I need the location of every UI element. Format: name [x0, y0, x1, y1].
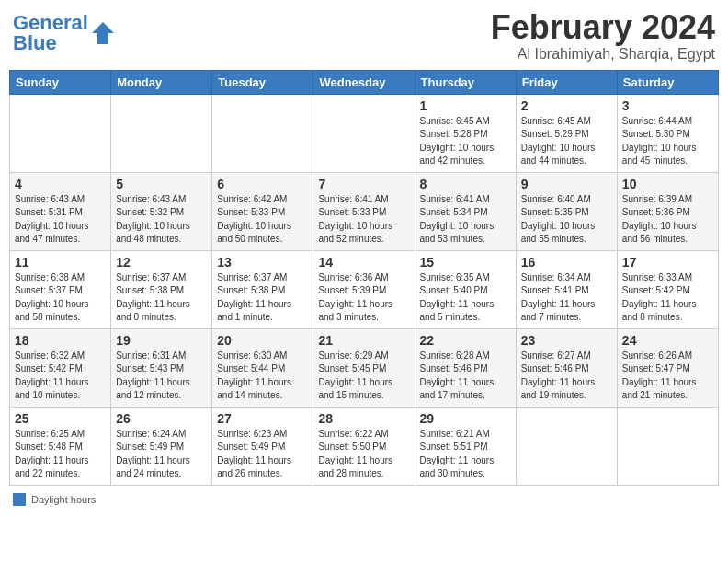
- calendar-cell: [313, 94, 415, 172]
- day-info: Sunrise: 6:37 AM Sunset: 5:38 PM Dayligh…: [217, 271, 308, 325]
- calendar-cell: 4Sunrise: 6:43 AM Sunset: 5:31 PM Daylig…: [10, 172, 111, 250]
- day-info: Sunrise: 6:41 AM Sunset: 5:34 PM Dayligh…: [420, 193, 511, 247]
- day-number: 20: [217, 333, 308, 348]
- day-number: 11: [15, 255, 106, 270]
- calendar-cell: 27Sunrise: 6:23 AM Sunset: 5:49 PM Dayli…: [212, 407, 313, 485]
- day-number: 1: [420, 98, 511, 113]
- day-info: Sunrise: 6:39 AM Sunset: 5:36 PM Dayligh…: [622, 193, 713, 247]
- day-number: 16: [521, 255, 612, 270]
- legend-label: Daylight hours: [31, 494, 96, 505]
- calendar-week-row: 18Sunrise: 6:32 AM Sunset: 5:42 PM Dayli…: [10, 328, 719, 407]
- day-info: Sunrise: 6:30 AM Sunset: 5:44 PM Dayligh…: [217, 350, 308, 403]
- calendar-cell: 14Sunrise: 6:36 AM Sunset: 5:39 PM Dayli…: [313, 250, 415, 328]
- month-title: February 2024: [491, 9, 715, 46]
- day-info: Sunrise: 6:24 AM Sunset: 5:49 PM Dayligh…: [116, 428, 207, 481]
- calendar-week-row: 11Sunrise: 6:38 AM Sunset: 5:37 PM Dayli…: [10, 250, 719, 328]
- day-info: Sunrise: 6:45 AM Sunset: 5:29 PM Dayligh…: [521, 115, 612, 168]
- day-info: Sunrise: 6:29 AM Sunset: 5:45 PM Dayligh…: [318, 350, 409, 403]
- day-number: 18: [15, 333, 106, 348]
- day-info: Sunrise: 6:42 AM Sunset: 5:33 PM Dayligh…: [217, 193, 308, 247]
- day-info: Sunrise: 6:38 AM Sunset: 5:37 PM Dayligh…: [15, 271, 106, 325]
- day-number: 15: [420, 255, 511, 270]
- day-info: Sunrise: 6:31 AM Sunset: 5:43 PM Dayligh…: [116, 350, 207, 403]
- day-number: 26: [116, 411, 207, 426]
- day-header: Saturday: [617, 70, 718, 94]
- calendar-cell: 2Sunrise: 6:45 AM Sunset: 5:29 PM Daylig…: [516, 94, 617, 172]
- day-info: Sunrise: 6:32 AM Sunset: 5:42 PM Dayligh…: [15, 350, 106, 403]
- day-number: 19: [116, 333, 207, 348]
- calendar-table: SundayMondayTuesdayWednesdayThursdayFrid…: [9, 70, 719, 486]
- calendar-cell: 7Sunrise: 6:41 AM Sunset: 5:33 PM Daylig…: [313, 172, 415, 250]
- calendar-cell: [516, 407, 617, 485]
- day-header: Friday: [516, 70, 617, 94]
- calendar-cell: 1Sunrise: 6:45 AM Sunset: 5:28 PM Daylig…: [415, 94, 516, 172]
- calendar-cell: [111, 94, 212, 172]
- day-info: Sunrise: 6:45 AM Sunset: 5:28 PM Dayligh…: [420, 115, 511, 168]
- logo: GeneralBlue: [13, 13, 116, 53]
- calendar-cell: 28Sunrise: 6:22 AM Sunset: 5:50 PM Dayli…: [313, 407, 415, 485]
- day-number: 22: [420, 333, 511, 348]
- day-info: Sunrise: 6:25 AM Sunset: 5:48 PM Dayligh…: [15, 428, 106, 481]
- calendar-cell: 9Sunrise: 6:40 AM Sunset: 5:35 PM Daylig…: [516, 172, 617, 250]
- day-number: 8: [420, 177, 511, 191]
- calendar-cell: [617, 407, 718, 485]
- calendar-week-row: 4Sunrise: 6:43 AM Sunset: 5:31 PM Daylig…: [10, 172, 719, 250]
- day-header: Wednesday: [313, 70, 415, 94]
- day-number: 5: [116, 177, 207, 191]
- calendar-week-row: 1Sunrise: 6:45 AM Sunset: 5:28 PM Daylig…: [10, 94, 719, 172]
- calendar-cell: 12Sunrise: 6:37 AM Sunset: 5:38 PM Dayli…: [111, 250, 212, 328]
- day-number: 3: [622, 98, 713, 113]
- logo-icon: [90, 20, 116, 46]
- calendar-cell: 17Sunrise: 6:33 AM Sunset: 5:42 PM Dayli…: [617, 250, 718, 328]
- day-number: 9: [521, 177, 612, 191]
- calendar-cell: 10Sunrise: 6:39 AM Sunset: 5:36 PM Dayli…: [617, 172, 718, 250]
- day-info: Sunrise: 6:43 AM Sunset: 5:31 PM Dayligh…: [15, 193, 106, 247]
- calendar-cell: 13Sunrise: 6:37 AM Sunset: 5:38 PM Dayli…: [212, 250, 313, 328]
- day-info: Sunrise: 6:40 AM Sunset: 5:35 PM Dayligh…: [521, 193, 612, 247]
- day-number: 12: [116, 255, 207, 270]
- day-number: 28: [318, 411, 409, 426]
- calendar-cell: [212, 94, 313, 172]
- calendar-cell: 25Sunrise: 6:25 AM Sunset: 5:48 PM Dayli…: [10, 407, 111, 485]
- day-number: 7: [318, 177, 409, 191]
- day-info: Sunrise: 6:34 AM Sunset: 5:41 PM Dayligh…: [521, 271, 612, 325]
- calendar-cell: 23Sunrise: 6:27 AM Sunset: 5:46 PM Dayli…: [516, 328, 617, 407]
- calendar-cell: [10, 94, 111, 172]
- calendar-cell: 29Sunrise: 6:21 AM Sunset: 5:51 PM Dayli…: [415, 407, 516, 485]
- day-info: Sunrise: 6:44 AM Sunset: 5:30 PM Dayligh…: [622, 115, 713, 168]
- calendar-cell: 8Sunrise: 6:41 AM Sunset: 5:34 PM Daylig…: [415, 172, 516, 250]
- calendar-cell: 26Sunrise: 6:24 AM Sunset: 5:49 PM Dayli…: [111, 407, 212, 485]
- day-number: 10: [622, 177, 713, 191]
- legend: Daylight hours: [9, 493, 719, 506]
- calendar-cell: 11Sunrise: 6:38 AM Sunset: 5:37 PM Dayli…: [10, 250, 111, 328]
- day-number: 6: [217, 177, 308, 191]
- calendar-cell: 22Sunrise: 6:28 AM Sunset: 5:46 PM Dayli…: [415, 328, 516, 407]
- logo-text: GeneralBlue: [13, 13, 88, 53]
- day-number: 23: [521, 333, 612, 348]
- day-info: Sunrise: 6:26 AM Sunset: 5:47 PM Dayligh…: [622, 350, 713, 403]
- day-number: 29: [420, 411, 511, 426]
- day-info: Sunrise: 6:21 AM Sunset: 5:51 PM Dayligh…: [420, 428, 511, 481]
- day-header: Sunday: [10, 70, 111, 94]
- page-header: GeneralBlue February 2024 Al Ibrahimiyah…: [9, 9, 719, 63]
- day-number: 21: [318, 333, 409, 348]
- calendar-cell: 18Sunrise: 6:32 AM Sunset: 5:42 PM Dayli…: [10, 328, 111, 407]
- calendar-cell: 20Sunrise: 6:30 AM Sunset: 5:44 PM Dayli…: [212, 328, 313, 407]
- title-block: February 2024 Al Ibrahimiyah, Sharqia, E…: [491, 9, 715, 63]
- day-info: Sunrise: 6:36 AM Sunset: 5:39 PM Dayligh…: [318, 271, 409, 325]
- calendar-cell: 6Sunrise: 6:42 AM Sunset: 5:33 PM Daylig…: [212, 172, 313, 250]
- day-info: Sunrise: 6:35 AM Sunset: 5:40 PM Dayligh…: [420, 271, 511, 325]
- day-number: 14: [318, 255, 409, 270]
- calendar-cell: 15Sunrise: 6:35 AM Sunset: 5:40 PM Dayli…: [415, 250, 516, 328]
- calendar-cell: 21Sunrise: 6:29 AM Sunset: 5:45 PM Dayli…: [313, 328, 415, 407]
- calendar-cell: 19Sunrise: 6:31 AM Sunset: 5:43 PM Dayli…: [111, 328, 212, 407]
- day-number: 25: [15, 411, 106, 426]
- day-number: 4: [15, 177, 106, 191]
- day-number: 27: [217, 411, 308, 426]
- day-info: Sunrise: 6:23 AM Sunset: 5:49 PM Dayligh…: [217, 428, 308, 481]
- day-info: Sunrise: 6:28 AM Sunset: 5:46 PM Dayligh…: [420, 350, 511, 403]
- day-number: 17: [622, 255, 713, 270]
- day-header: Monday: [111, 70, 212, 94]
- location-title: Al Ibrahimiyah, Sharqia, Egypt: [491, 46, 715, 63]
- day-info: Sunrise: 6:37 AM Sunset: 5:38 PM Dayligh…: [116, 271, 207, 325]
